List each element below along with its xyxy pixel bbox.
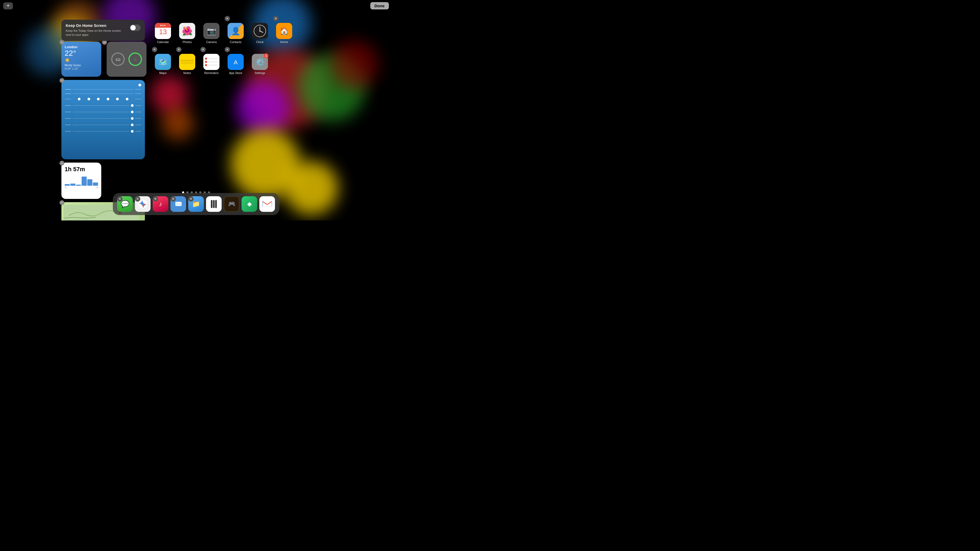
- dock-corner[interactable]: ◆: [242, 196, 257, 212]
- dock: ✕ 💬 ✕ ✕ ♪ ✕ ✉️ ✕: [113, 193, 279, 215]
- appstore-label: App Store: [229, 71, 242, 75]
- activity-icon: ○: [129, 52, 142, 66]
- done-button[interactable]: Done: [370, 2, 389, 10]
- screentime-widget[interactable]: 1h 57m 12 15: [61, 163, 101, 199]
- app-reminders[interactable]: ✕ Reminders: [199, 46, 224, 77]
- tooltip-text: Keep On Home Screen Keep the Today View …: [66, 24, 127, 37]
- photos-label: Photos: [183, 40, 192, 44]
- contacts-icon: 👤: [228, 23, 244, 39]
- dock-mail[interactable]: ✕ ✉️: [170, 196, 186, 212]
- notes-close-button[interactable]: ✕: [176, 47, 181, 52]
- home-label: Home: [280, 40, 288, 44]
- camera-icon: 📷: [203, 23, 220, 39]
- widget-row-top: − London 22° ☀️ Mostly Sunny H:24° L:12°…: [61, 42, 145, 77]
- bar-4: [81, 176, 87, 186]
- chart-label-15: 15: [95, 186, 98, 189]
- weather-city: London: [65, 45, 98, 49]
- calendar-label: Calendar: [157, 40, 169, 44]
- clock-label: Clock: [256, 40, 264, 44]
- dock-messages[interactable]: ✕ 💬: [117, 196, 133, 212]
- dock-files[interactable]: ✕ 📁: [188, 196, 204, 212]
- svg-text:A: A: [234, 59, 238, 66]
- appstore-icon: A: [228, 54, 244, 70]
- settings-label: Settings: [255, 71, 265, 75]
- add-button[interactable]: +: [3, 2, 13, 10]
- battery-icon: ▭: [111, 52, 125, 66]
- bar-6: [93, 183, 98, 186]
- dock-files-close[interactable]: ✕: [188, 196, 194, 202]
- app-maps[interactable]: ✕ 🗺️ Maps: [151, 46, 175, 77]
- screentime-remove-button[interactable]: −: [59, 161, 64, 165]
- notes-label: Notes: [183, 71, 191, 75]
- dock-corner-icon: ◆: [242, 196, 257, 212]
- app-appstore[interactable]: ✕ A App Store: [224, 46, 248, 77]
- weather-temperature: 22°: [65, 49, 98, 57]
- app-contacts[interactable]: ✕ 👤 Contacts: [224, 15, 248, 46]
- dock-ollo[interactable]: [206, 196, 222, 212]
- dock-music-close[interactable]: ✕: [153, 196, 158, 202]
- tooltip-title: Keep On Home Screen: [66, 24, 127, 28]
- reminders-icon: [203, 54, 220, 70]
- screentime-chart: 12 15: [65, 175, 98, 190]
- maps-close-button[interactable]: ✕: [152, 47, 157, 52]
- home-close-button[interactable]: ✕: [273, 16, 278, 21]
- chart-label-12: 12: [65, 186, 67, 189]
- app-photos[interactable]: 🌺 Photos: [175, 15, 199, 46]
- dock-ollo-icon: [206, 196, 222, 212]
- dock-safari-close[interactable]: ✕: [135, 196, 140, 202]
- plus-icon: +: [6, 3, 10, 9]
- app-notes[interactable]: ✕ Notes: [175, 46, 199, 77]
- weather-condition: Mostly Sunny: [65, 64, 98, 67]
- app-camera[interactable]: 📷 Camera: [199, 15, 224, 46]
- equalizer-widget[interactable]: [61, 80, 145, 159]
- dock-mail-close[interactable]: ✕: [170, 196, 176, 202]
- camera-label: Camera: [206, 40, 216, 44]
- weather-widget[interactable]: London 22° ☀️ Mostly Sunny H:24° L:12°: [61, 42, 101, 77]
- dock-music[interactable]: ✕ ♪: [153, 196, 168, 212]
- maps-label: Maps: [159, 71, 167, 75]
- clock-icon: [252, 23, 268, 39]
- home-icon: 🏠: [276, 23, 292, 39]
- app-calendar[interactable]: MON 13 Calendar: [151, 15, 175, 46]
- bar-1: [65, 184, 70, 186]
- contacts-close-button[interactable]: ✕: [224, 16, 230, 21]
- dock-messages-close[interactable]: ✕: [117, 196, 123, 202]
- svg-point-7: [259, 30, 261, 32]
- top-bar: + Done: [0, 2, 392, 10]
- contacts-label: Contacts: [230, 40, 241, 44]
- dock-safari[interactable]: ✕: [135, 196, 151, 212]
- toggle-knob: [130, 25, 136, 30]
- calendar-icon: MON 13: [155, 23, 171, 39]
- map-remove-button[interactable]: −: [59, 200, 64, 205]
- bar-2: [70, 184, 75, 186]
- appstore-close-button[interactable]: ✕: [224, 47, 230, 52]
- photos-icon: 🌺: [179, 23, 195, 39]
- equalizer-remove-button[interactable]: −: [59, 78, 64, 83]
- app-grid: MON 13 Calendar 🌺 Photos 📷 Camera ✕ 👤 Co…: [151, 15, 296, 77]
- app-settings[interactable]: ⚙️ 1 Settings: [248, 46, 272, 77]
- app-home[interactable]: ✕ 🏠 Home: [272, 15, 296, 46]
- maps-icon: 🗺️: [155, 54, 171, 70]
- keep-on-home-toggle[interactable]: [130, 24, 141, 31]
- dock-runescape[interactable]: 🎮: [224, 196, 239, 212]
- settings-badge: 1: [264, 53, 269, 58]
- weather-high-low: H:24° L:12°: [65, 67, 98, 70]
- app-clock[interactable]: Clock: [248, 15, 272, 46]
- sun-icon: ☀️: [65, 57, 98, 63]
- dock-gmail[interactable]: [259, 196, 275, 212]
- bar-3: [76, 185, 81, 186]
- equalizer-widget-wrapper: −: [61, 80, 145, 159]
- utility-widget-wrapper: − ▭ ○: [104, 42, 146, 77]
- reminders-close-button[interactable]: ✕: [200, 47, 206, 52]
- dock-gmail-icon: [259, 196, 275, 212]
- utility-widget[interactable]: ▭ ○: [107, 42, 146, 77]
- screentime-value: 1h 57m: [65, 166, 98, 173]
- bar-5: [87, 179, 92, 186]
- dock-runescape-icon: 🎮: [224, 196, 239, 212]
- keep-on-home-tooltip: Keep On Home Screen Keep the Today View …: [61, 20, 145, 41]
- settings-icon: ⚙️ 1: [252, 54, 268, 70]
- notes-icon: [179, 54, 195, 70]
- weather-widget-wrapper: − London 22° ☀️ Mostly Sunny H:24° L:12°: [61, 42, 101, 77]
- reminders-label: Reminders: [204, 71, 218, 75]
- tooltip-description: Keep the Today View on the Home screen n…: [66, 29, 127, 37]
